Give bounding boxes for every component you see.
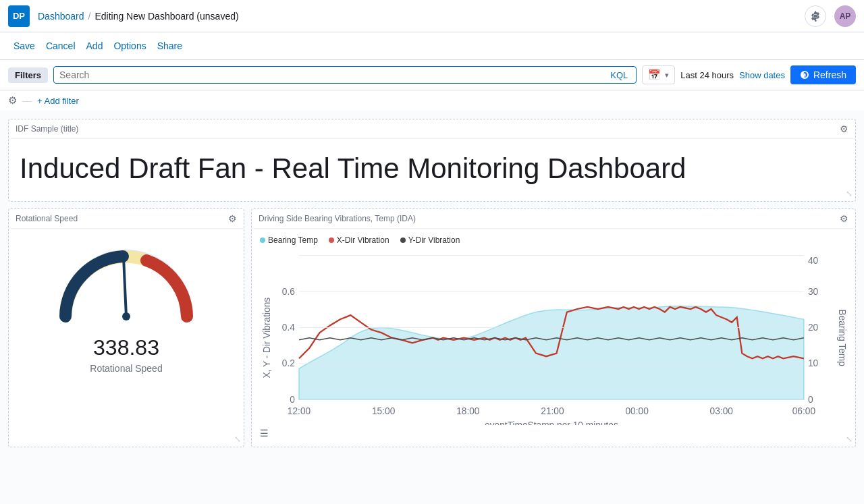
logo-badge: DP xyxy=(8,5,30,27)
gauge-panel-label: Rotational Speed xyxy=(16,214,78,223)
top-bar: DP Dashboard / Editing New Dashboard (un… xyxy=(0,0,864,32)
chart-panel-label: Driving Side Bearing Vibrations, Temp (I… xyxy=(259,214,416,223)
cancel-button[interactable]: Cancel xyxy=(40,38,81,54)
filter-bar: Filters KQL 📅 ▾ Last 24 hours Show dates… xyxy=(0,60,864,90)
y-dir-label: Y-Dir Vibration xyxy=(408,235,460,245)
chart-panel-gear-icon[interactable]: ⚙ xyxy=(840,213,848,224)
legend-item-x-dir: X-Dir Vibration xyxy=(329,235,389,245)
kql-button[interactable]: KQL xyxy=(608,70,630,80)
bearing-temp-dot xyxy=(260,237,265,243)
widget-row: Rotational Speed ⚙ 338 xyxy=(8,208,856,447)
refresh-label: Refresh xyxy=(813,69,846,80)
calendar-icon: 📅 xyxy=(648,69,661,81)
add-button[interactable]: Add xyxy=(81,38,109,54)
svg-text:X, Y - Dir Vibrations: X, Y - Dir Vibrations xyxy=(262,298,272,379)
filter-gear-icon[interactable]: ⚙ xyxy=(8,94,17,107)
time-picker[interactable]: 📅 ▾ xyxy=(642,65,675,84)
svg-text:Bearing Temp: Bearing Temp xyxy=(837,310,847,367)
gauge-panel: Rotational Speed ⚙ 338 xyxy=(8,208,244,447)
filters-label: Filters xyxy=(8,67,48,83)
search-input[interactable] xyxy=(59,69,608,80)
chart-type-icon[interactable]: ☰ xyxy=(260,428,269,439)
chart-panel: Driving Side Bearing Vibrations, Temp (I… xyxy=(251,208,856,447)
divider: — xyxy=(22,95,32,106)
save-button[interactable]: Save xyxy=(8,38,40,54)
gauge-label: Rotational Speed xyxy=(90,363,162,374)
svg-text:21:00: 21:00 xyxy=(541,406,564,416)
time-label: Last 24 hours xyxy=(680,70,734,80)
svg-point-1 xyxy=(122,312,130,320)
title-panel: IDF Sample (title) ⚙ Induced Draft Fan -… xyxy=(8,119,856,202)
options-button[interactable]: Options xyxy=(108,38,151,54)
chart-content: Bearing Temp X-Dir Vibration Y-Dir Vibra… xyxy=(252,229,855,447)
gauge-panel-header: Rotational Speed ⚙ xyxy=(9,209,244,229)
avatar[interactable]: AP xyxy=(834,5,856,27)
dashboard-area: IDF Sample (title) ⚙ Induced Draft Fan -… xyxy=(0,111,864,504)
gauge-svg xyxy=(52,242,200,330)
gauge-value: 338.83 xyxy=(93,335,159,360)
search-container: KQL xyxy=(53,66,637,84)
chart-panel-header: Driving Side Bearing Vibrations, Temp (I… xyxy=(252,209,855,229)
breadcrumb-link[interactable]: Dashboard xyxy=(38,11,84,22)
svg-text:0.6: 0.6 xyxy=(282,287,295,297)
chart-panel-resize-handle[interactable]: ⤡ xyxy=(846,435,853,444)
refresh-icon xyxy=(800,70,809,80)
chart-legend: Bearing Temp X-Dir Vibration Y-Dir Vibra… xyxy=(260,235,847,245)
settings-icon[interactable] xyxy=(805,5,826,27)
svg-text:10: 10 xyxy=(808,358,819,368)
share-button[interactable]: Share xyxy=(152,38,188,54)
svg-text:0: 0 xyxy=(290,395,295,405)
chart-svg: X, Y - Dir Vibrations Bearing Temp xyxy=(260,250,847,425)
gauge-panel-resize-handle[interactable]: ⤡ xyxy=(234,435,241,444)
gauge-content: 338.83 Rotational Speed xyxy=(9,229,244,386)
title-panel-header: IDF Sample (title) ⚙ xyxy=(9,119,855,139)
show-dates-button[interactable]: Show dates xyxy=(739,70,785,80)
svg-text:0.4: 0.4 xyxy=(282,323,295,333)
svg-text:00:00: 00:00 xyxy=(625,406,649,416)
svg-text:03:00: 03:00 xyxy=(710,406,734,416)
svg-text:eventTimeStamp per 10 minutes: eventTimeStamp per 10 minutes xyxy=(485,420,618,425)
refresh-button[interactable]: Refresh xyxy=(790,65,856,84)
y-dir-dot xyxy=(400,237,406,243)
legend-item-bearing-temp: Bearing Temp xyxy=(260,235,318,245)
breadcrumb: Dashboard / Editing New Dashboard (unsav… xyxy=(38,11,239,22)
svg-text:40: 40 xyxy=(808,256,819,266)
svg-text:18:00: 18:00 xyxy=(456,406,480,416)
breadcrumb-current: Editing New Dashboard (unsaved) xyxy=(94,11,238,22)
top-bar-right: AP xyxy=(805,5,856,27)
svg-text:30: 30 xyxy=(808,287,819,297)
svg-text:15:00: 15:00 xyxy=(372,406,396,416)
dashboard-title: Induced Draft Fan - Real Time Monitoring… xyxy=(9,139,855,201)
gauge-panel-gear-icon[interactable]: ⚙ xyxy=(228,213,237,224)
add-filter-button[interactable]: + Add filter xyxy=(37,96,79,106)
add-filter-bar: ⚙ — + Add filter xyxy=(0,90,864,111)
x-dir-label: X-Dir Vibration xyxy=(337,235,389,245)
svg-text:0.2: 0.2 xyxy=(282,358,295,368)
title-panel-gear-icon[interactable]: ⚙ xyxy=(840,123,848,134)
svg-text:20: 20 xyxy=(808,323,819,333)
svg-text:12:00: 12:00 xyxy=(288,406,311,416)
breadcrumb-separator: / xyxy=(88,11,91,22)
x-dir-dot xyxy=(329,237,334,243)
chevron-down-icon: ▾ xyxy=(665,71,669,80)
bearing-temp-label: Bearing Temp xyxy=(268,235,318,245)
action-bar: Save Cancel Add Options Share xyxy=(0,32,864,60)
title-panel-resize-handle[interactable]: ⤡ xyxy=(846,189,853,198)
svg-text:06:00: 06:00 xyxy=(792,406,816,416)
svg-line-0 xyxy=(124,257,126,316)
svg-text:0: 0 xyxy=(808,395,813,405)
chart-bottom: ☰ xyxy=(260,425,847,441)
title-panel-label: IDF Sample (title) xyxy=(16,124,78,134)
legend-item-y-dir: Y-Dir Vibration xyxy=(400,235,460,245)
chart-svg-wrapper: X, Y - Dir Vibrations Bearing Temp xyxy=(260,250,847,425)
